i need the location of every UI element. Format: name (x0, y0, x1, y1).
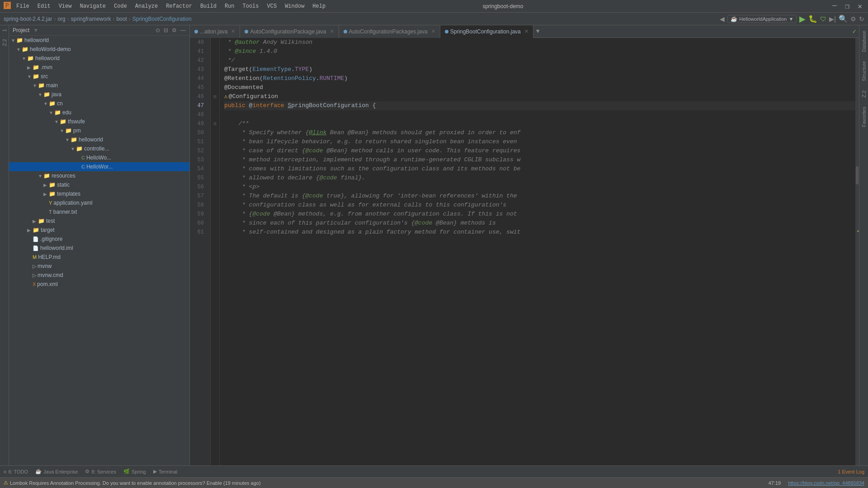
menu-edit[interactable]: Edit (34, 2, 54, 10)
tree-item-main[interactable]: ▼ 📁 main (9, 81, 189, 90)
breadcrumb-springframework[interactable]: springframework (71, 16, 111, 22)
tree-item-static[interactable]: ▶ 📁 static (9, 180, 189, 189)
tree-item-templates[interactable]: ▶ 📁 templates (9, 189, 189, 198)
tab-close-springbootconfig[interactable]: ✕ (524, 28, 528, 34)
tree-item-edu[interactable]: ▼ 📁 edu (9, 108, 189, 117)
java-enterprise-icon: ☕ (35, 469, 42, 474)
tree-item-mvnw-cmd[interactable]: ▶ ▷ mvnw.cmd (9, 271, 189, 280)
tab-ation-java[interactable]: ...ation.java ✕ (190, 25, 240, 38)
debug-button[interactable]: 🐛 (808, 14, 817, 23)
terminal-tab[interactable]: ▶ Terminal (153, 469, 178, 474)
tab-autoconfigurationpackage[interactable]: AutoConfigurationPackage.java ✕ (240, 25, 339, 38)
editor-scrollbar[interactable] (855, 38, 859, 465)
breadcrumb-org[interactable]: org (57, 16, 65, 22)
breadcrumb-class[interactable]: SpringBootConfiguration (132, 16, 192, 22)
java-enterprise-tab[interactable]: ☕ Java Enterprise (35, 469, 78, 474)
close-button[interactable]: ✕ (855, 2, 864, 11)
collapse-icon[interactable]: ⊟ (164, 27, 168, 33)
coverage-button[interactable]: 🛡 (820, 15, 826, 23)
favorites-panel-button[interactable]: Favorites (861, 103, 867, 131)
more-run-button[interactable]: ▶| (829, 15, 836, 23)
tree-item-java[interactable]: ▼ 📁 java (9, 90, 189, 99)
menu-navigate[interactable]: Navigate (76, 2, 109, 10)
menu-file[interactable]: File (13, 2, 33, 10)
run-button[interactable]: ▶ (799, 14, 806, 24)
tree-item-help-md[interactable]: ▶ M HELP.md (9, 253, 189, 262)
database-panel-button[interactable]: Database (861, 27, 867, 56)
menu-analyze[interactable]: Analyze (132, 2, 161, 10)
code-line-44: @Retention(RetentionPolicy.RUNTIME) (224, 74, 855, 83)
tree-item-helloworld-iml[interactable]: ▶ 📄 helloworld.iml (9, 244, 189, 253)
bottom-right: 1 Event Log (838, 469, 864, 474)
structure-panel-button[interactable]: Structure (861, 57, 867, 85)
tab-autoconfigurationpackages[interactable]: AutoConfigurationPackages.java ✕ (339, 25, 440, 38)
tree-item-resources[interactable]: ▼ 📁 resources (9, 171, 189, 180)
breadcrumb-boot[interactable]: boot (116, 16, 127, 22)
run-config-dropdown[interactable]: ☕ HelloworldApplication ▼ (727, 15, 797, 23)
breadcrumb-jar[interactable]: spring-boot-2.4.2.jar (4, 16, 52, 22)
tree-item-cn[interactable]: ▼ 📁 cn (9, 99, 189, 108)
tree-item-hellowor[interactable]: ▶ C HelloWor... (9, 162, 189, 171)
tree-item-test[interactable]: ▶ 📁 test (9, 216, 189, 225)
fold-icon-46[interactable]: ⊟ (213, 92, 216, 101)
menu-run[interactable]: Run (221, 2, 238, 10)
code-content[interactable]: * @author Andy Wilkinson * @since 1.4.0 … (220, 38, 855, 465)
maximize-button[interactable]: ❐ (843, 2, 852, 11)
tree-item-tfswufe[interactable]: ▼ 📁 tfswufe (9, 117, 189, 126)
todo-tab[interactable]: ≡ 6: TODO (4, 469, 28, 474)
tree-item-helloworld[interactable]: ▼ 📁 helloworld (9, 36, 189, 45)
structure-icon[interactable]: Z:2 (2, 39, 7, 46)
menu-help[interactable]: Help (309, 2, 329, 10)
app-title: springboot-demo (482, 3, 523, 9)
tree-item-hellowo[interactable]: ▶ C HelloWo... (9, 153, 189, 162)
menu-tools[interactable]: Tools (239, 2, 263, 10)
scrollbar-thumb[interactable] (856, 166, 859, 184)
tree-item-helloworld-sub[interactable]: ▼ 📁 helloworld (9, 54, 189, 63)
services-tab[interactable]: ⚙ 8: Services (85, 469, 116, 474)
back-button[interactable]: ◀ (720, 15, 725, 23)
tree-item-mvn[interactable]: ▶ 📁 .mvn (9, 63, 189, 72)
menu-build[interactable]: Build (197, 2, 220, 10)
project-view-icon[interactable]: 1 (2, 29, 7, 32)
code-line-52: * case of direct {@code @Bean} method ca… (224, 146, 855, 155)
spring-tab[interactable]: 🌿 Spring (123, 469, 146, 474)
tree-item-target[interactable]: ▶ 📁 target (9, 225, 189, 235)
tree-item-gitignore[interactable]: ▶ 📄 .gitignore (9, 235, 189, 244)
menu-window[interactable]: Window (281, 2, 308, 10)
bottom-bar: ≡ 6: TODO ☕ Java Enterprise ⚙ 8: Service… (0, 465, 868, 477)
tree-item-mvnw[interactable]: ▶ ▷ mvnw (9, 262, 189, 271)
tree-item-helloworld-demo[interactable]: ▼ 📁 helloWorld-demo (9, 45, 189, 54)
tab-close-ation[interactable]: ✕ (231, 28, 235, 34)
menu-code[interactable]: Code (110, 2, 131, 10)
tree-item-application-yaml[interactable]: ▶ Y application.yaml (9, 198, 189, 207)
code-line-61: * self-contained and designed as a plain… (224, 228, 855, 237)
line-numbers: 40 41 42 43 44 45 46 47 48 49 50 51 52 5… (190, 38, 211, 465)
tab-springbootconfiguration[interactable]: SpringBootConfiguration.java ✕ (440, 25, 533, 38)
tree-item-pom-xml[interactable]: ▶ X pom.xml (9, 280, 189, 289)
tree-item-helloworld-deep[interactable]: ▼ 📁 helloworld (9, 135, 189, 144)
tree-item-controller[interactable]: ▼ 📁 controlle... (9, 144, 189, 153)
z2-panel-button[interactable]: Z:2 (861, 87, 867, 101)
tab-close-autoconfigpackages[interactable]: ✕ (431, 28, 435, 34)
menu-refactor[interactable]: Refactor (162, 2, 196, 10)
settings-icon[interactable]: ⚙ (172, 27, 177, 33)
menu-view[interactable]: View (55, 2, 75, 10)
search-everywhere[interactable]: 🔍 (839, 14, 848, 23)
update-button[interactable]: ↻ (859, 15, 864, 23)
sidebar-title: Project (13, 27, 29, 33)
event-log-button[interactable]: 1 Event Log (838, 469, 864, 474)
csdn-link[interactable]: https://blog.csdn.net/qq_44865834 (788, 480, 864, 486)
settings-button[interactable]: ⚙ (850, 15, 856, 23)
menu-vcs[interactable]: VCS (264, 2, 281, 10)
tree-item-pm[interactable]: ▼ 📁 pm (9, 126, 189, 135)
minimize-button[interactable]: — (830, 2, 839, 11)
tree-item-src[interactable]: ▼ 📁 src (9, 72, 189, 81)
sidebar-icons: ⊙ ⊟ ⚙ — (156, 27, 186, 33)
run-config-arrow: ▼ (788, 16, 793, 22)
tree-item-banner-txt[interactable]: ▶ T banner.txt (9, 207, 189, 216)
locate-icon[interactable]: ⊙ (156, 27, 160, 33)
tab-close-autoconfigpackage[interactable]: ✕ (330, 28, 334, 34)
fold-icon-49[interactable]: ⊟ (213, 119, 216, 128)
hide-icon[interactable]: — (180, 27, 186, 33)
tab-overflow-button[interactable]: ▼ (533, 28, 542, 35)
